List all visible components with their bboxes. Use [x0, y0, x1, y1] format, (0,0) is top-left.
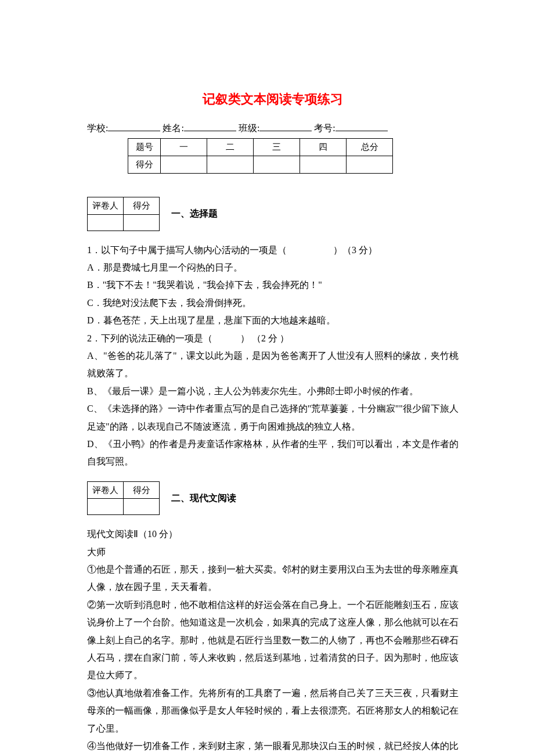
name-blank[interactable] [184, 122, 236, 131]
score-summary-table: 题号 一 二 三 四 总分 得分 [128, 138, 393, 174]
score-cell[interactable] [161, 156, 207, 174]
row-label: 题号 [128, 139, 161, 156]
passage-title: 大师 [87, 543, 459, 561]
row-label: 得分 [128, 156, 161, 174]
grader-score-label: 得分 [124, 481, 160, 499]
section-1-label: 一、选择题 [171, 205, 218, 222]
section-2-label: 二、现代文阅读 [171, 489, 236, 507]
school-label: 学校: [87, 123, 108, 133]
col-header: 一 [161, 139, 207, 156]
q2-stem: 2．下列的说法正确的一项是（ ） （2 分 ） [87, 330, 459, 347]
passage-paragraph: ①他是个普通的石匠，那天，接到一桩大买卖。邻村的财主要用汉白玉为去世的母亲雕座真… [87, 561, 459, 596]
score-cell[interactable] [207, 156, 254, 174]
student-info-line: 学校: 姓名: 班级: 考号: [87, 120, 459, 137]
score-cell[interactable] [300, 156, 347, 174]
section-1-header: 评卷人 得分 一、选择题 [87, 197, 459, 231]
passage-paragraph: ③他认真地做着准备工作。先将所有的工具磨了一遍，然后将自己关了三天三夜，只看财主… [87, 685, 459, 737]
q2-option-c: C、《未选择的路》一诗中作者重点写的是自己选择的"荒草萋萋，十分幽寂""很少留下… [87, 400, 459, 435]
q2-option-d: D、《丑小鸭》的作者是丹麦童话作家格林，从作者的生平，我们可以看出，本文是作者的… [87, 435, 459, 471]
grader-name-cell[interactable] [88, 214, 124, 231]
col-header: 四 [300, 139, 347, 156]
name-label: 姓名: [163, 123, 183, 133]
grader-score-cell[interactable] [124, 499, 160, 515]
col-header: 总分 [347, 139, 393, 156]
passage-paragraph: ②第一次听到消息时，他不敢相信这样的好运会落在自己身上。一个石匠能雕刻玉石，应该… [87, 596, 459, 685]
school-blank[interactable] [108, 122, 160, 131]
section-2-header: 评卷人 得分 二、现代文阅读 [87, 481, 459, 516]
grader-label: 评卷人 [88, 481, 124, 499]
table-row: 得分 [128, 156, 393, 174]
q2-option-a: A、"爸爸的花儿落了"，课文以此为题，是因为爸爸离开了人世没有人照料的缘故，夹竹… [87, 347, 459, 383]
col-header: 二 [207, 139, 254, 156]
examno-label: 考号: [314, 123, 335, 133]
col-header: 三 [254, 139, 300, 156]
q1-option-a: A．那是费城七月里一个闷热的日子。 [87, 259, 459, 276]
passage-paragraph: ④当他做好一切准备工作，来到财主家，第一眼看见那块汉白玉的时候，就已经按人体的比… [87, 737, 459, 756]
table-row: 题号 一 二 三 四 总分 [128, 139, 393, 156]
section-2-body: 现代文阅读Ⅱ（10 分） 大师 ①他是个普通的石匠，那天，接到一桩大买卖。邻村的… [87, 525, 459, 756]
grader-table: 评卷人 得分 [87, 481, 160, 516]
score-cell[interactable] [347, 156, 393, 174]
class-label: 班级: [239, 123, 259, 133]
grader-score-cell[interactable] [124, 214, 160, 231]
score-cell[interactable] [254, 156, 300, 174]
q1-option-b: B．"我下不去！"我哭着说，"我会掉下去，我会摔死的！" [87, 276, 459, 294]
grader-score-label: 得分 [124, 197, 160, 215]
grader-name-cell[interactable] [88, 499, 124, 515]
q1-option-c: C．我绝对没法爬下去，我会滑倒摔死。 [87, 294, 459, 312]
examno-blank[interactable] [335, 122, 388, 131]
class-blank[interactable] [259, 122, 312, 131]
grader-table: 评卷人 得分 [87, 197, 160, 231]
grader-label: 评卷人 [88, 197, 124, 215]
q2-option-b: B、《最后一课》是一篇小说，主人公为韩麦尔先生。小弗郎士即小时候的作者。 [87, 383, 459, 400]
q1-option-d: D．暮色苍茫，天上出现了星星，悬崖下面的大地越来越暗。 [87, 312, 459, 329]
p4-part-a: ④当他做好一切准备工作，来到财主家，第一眼看见那块汉白玉的时候，就已经按人体的比… [87, 741, 459, 756]
reading-intro: 现代文阅读Ⅱ（10 分） [87, 525, 459, 543]
page-title: 记叙类文本阅读专项练习 [87, 87, 459, 111]
q1-stem: 1．以下句子中属于描写人物内心活动的一项是（ ）（3 分） [87, 242, 459, 259]
section-1-body: 1．以下句子中属于描写人物内心活动的一项是（ ）（3 分） A．那是费城七月里一… [87, 242, 459, 471]
